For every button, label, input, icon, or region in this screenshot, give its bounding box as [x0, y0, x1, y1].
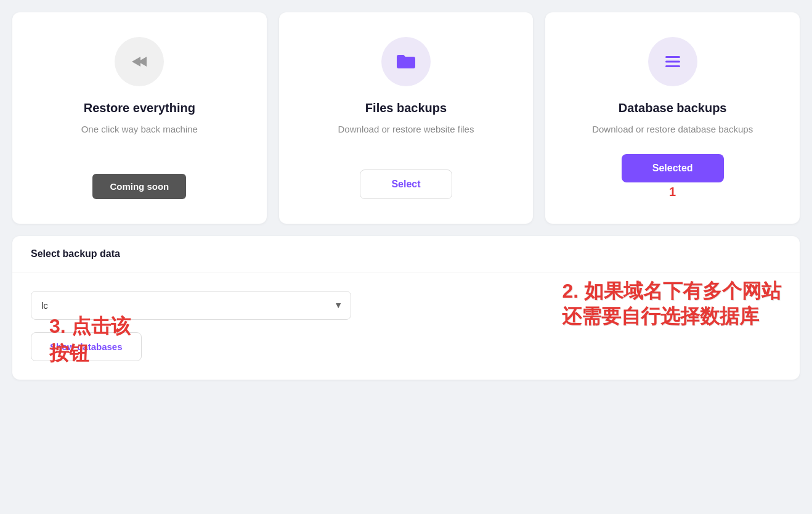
database-icon-circle: [648, 37, 697, 86]
files-icon-circle: [381, 37, 431, 86]
backup-data-section: Select backup data 2. 如果域名下有多个网站 还需要自行选择…: [12, 236, 800, 380]
restore-title: Restore everything: [84, 101, 195, 115]
show-databases-button[interactable]: Show databases: [31, 332, 142, 361]
database-dropdown-wrapper: lc ▼: [31, 291, 351, 320]
cards-row: Restore everything One click way back ma…: [12, 12, 800, 224]
files-desc: Download or restore website files: [338, 123, 474, 152]
section-body: 2. 如果域名下有多个网站 还需要自行选择数据库 lc ▼ Show datab…: [12, 272, 800, 380]
section-header: Select backup data: [12, 236, 800, 272]
svg-rect-2: [665, 56, 680, 58]
files-title: Files backups: [365, 101, 447, 115]
selected-button-wrapper: Selected 1: [622, 154, 724, 199]
database-dropdown[interactable]: lc: [31, 291, 351, 320]
coming-soon-button: Coming soon: [92, 174, 186, 199]
rewind-icon: [128, 51, 150, 73]
database-desc: Download or restore database backups: [592, 123, 753, 137]
show-databases-wrapper: Show databases 3. 点击该按钮: [31, 332, 142, 361]
files-backups-card: Files backups Download or restore websit…: [279, 12, 534, 224]
selected-badge: 1: [669, 185, 676, 199]
annotation-step2-line2: 还需要自行选择数据库: [562, 305, 759, 327]
list-icon: [662, 51, 684, 73]
annotation-step2-line1: 2. 如果域名下有多个网站: [562, 280, 781, 302]
restore-desc: One click way back machine: [81, 123, 198, 157]
database-backups-card: Database backups Download or restore dat…: [545, 12, 800, 224]
annotation-step2: 2. 如果域名下有多个网站 还需要自行选择数据库: [562, 279, 781, 330]
database-title: Database backups: [619, 101, 727, 115]
folder-icon: [395, 51, 417, 73]
database-selected-button[interactable]: Selected: [622, 154, 724, 182]
restore-icon-circle: [115, 37, 164, 86]
restore-everything-card: Restore everything One click way back ma…: [12, 12, 267, 224]
svg-rect-4: [665, 65, 680, 67]
svg-rect-3: [665, 61, 680, 63]
files-select-button[interactable]: Select: [360, 169, 452, 199]
